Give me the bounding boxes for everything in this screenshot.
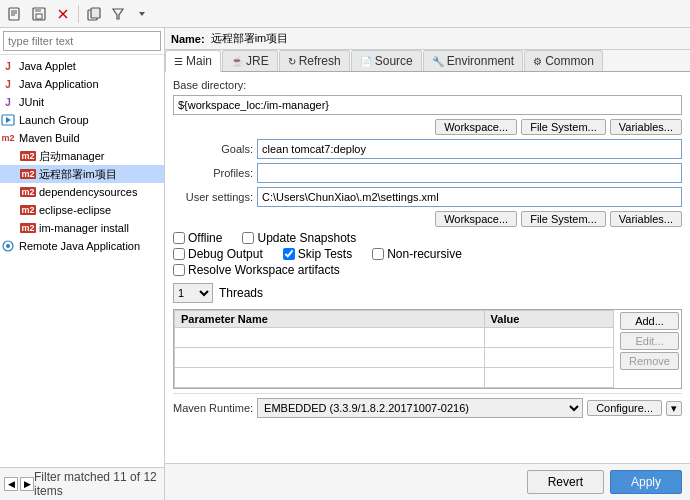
tab-jre[interactable]: ☕ JRE: [222, 50, 278, 71]
edit-param-button[interactable]: Edit...: [620, 332, 679, 350]
tree-item-junit[interactable]: J JUnit: [0, 93, 164, 111]
bottom-bar: Revert Apply: [165, 463, 690, 500]
svg-rect-0: [9, 8, 19, 20]
tree-item-im-manager-install[interactable]: m2 im-manager install: [0, 219, 164, 237]
variables-btn-1[interactable]: Variables...: [610, 119, 682, 135]
checkbox-row-3: Resolve Workspace artifacts: [173, 263, 682, 277]
goals-input[interactable]: [257, 139, 682, 159]
resolve-workspace-checkbox[interactable]: [173, 264, 185, 276]
params-table-row-empty-1: [175, 328, 614, 348]
offline-checkbox[interactable]: [173, 232, 185, 244]
skip-tests-checkbox[interactable]: [283, 248, 295, 260]
offline-label: Offline: [188, 231, 222, 245]
offline-checkbox-item[interactable]: Offline: [173, 231, 222, 245]
tree-item-java-applet[interactable]: J Java Applet: [0, 57, 164, 75]
user-settings-input[interactable]: [257, 187, 682, 207]
next-button[interactable]: ▶: [20, 477, 34, 491]
tree-item-eclipse-eclipse[interactable]: m2 eclipse-eclipse: [0, 201, 164, 219]
new-button[interactable]: [4, 3, 26, 25]
params-table-wrap: Parameter Name Value Add... Edit... Remo…: [173, 309, 682, 389]
status-nav: ◀ ▶: [4, 477, 34, 491]
tab-common-label: Common: [545, 54, 594, 68]
svg-marker-14: [6, 117, 11, 123]
configure-button[interactable]: Configure...: [587, 400, 662, 416]
update-snapshots-label: Update Snapshots: [257, 231, 356, 245]
params-buttons: Add... Edit... Remove: [618, 310, 681, 388]
threads-select[interactable]: 124: [173, 283, 213, 303]
non-recursive-checkbox[interactable]: [372, 248, 384, 260]
tree-item-maven-build[interactable]: m2 Maven Build: [0, 129, 164, 147]
tab-jre-label: JRE: [246, 54, 269, 68]
update-snapshots-checkbox-item[interactable]: Update Snapshots: [242, 231, 356, 245]
revert-button[interactable]: Revert: [527, 470, 604, 494]
params-table-row-empty-2: [175, 348, 614, 368]
tab-environment[interactable]: 🔧 Environment: [423, 50, 523, 71]
profiles-input[interactable]: [257, 163, 682, 183]
m2-icon-1: m2: [20, 148, 36, 164]
skip-tests-checkbox-item[interactable]: Skip Tests: [283, 247, 352, 261]
tree-item-remote-deploy[interactable]: m2 远程部署im项目: [0, 165, 164, 183]
profiles-row: Profiles:: [173, 163, 682, 183]
tree-item-startup-manager[interactable]: m2 启动manager: [0, 147, 164, 165]
environment-tab-icon: 🔧: [432, 56, 444, 67]
tree-item-java-application[interactable]: J Java Application: [0, 75, 164, 93]
left-panel: J Java Applet J Java Application J JUnit…: [0, 28, 165, 500]
variables-btn-2[interactable]: Variables...: [610, 211, 682, 227]
status-bar: ◀ ▶ Filter matched 11 of 12 items: [0, 467, 164, 500]
maven-build-icon: m2: [0, 130, 16, 146]
tree-item-remote-java[interactable]: Remote Java Application: [0, 237, 164, 255]
runtime-row: Maven Runtime: EMBEDDED (3.3.9/1.8.2.201…: [173, 393, 682, 422]
filter-input[interactable]: [3, 31, 161, 51]
checkbox-row-2: Debug Output Skip Tests Non-recursive: [173, 247, 682, 261]
apply-button[interactable]: Apply: [610, 470, 682, 494]
tab-refresh[interactable]: ↻ Refresh: [279, 50, 350, 71]
resolve-workspace-checkbox-item[interactable]: Resolve Workspace artifacts: [173, 263, 340, 277]
maven-runtime-select[interactable]: EMBEDDED (3.3.9/1.8.2.20171007-0216): [257, 398, 583, 418]
update-snapshots-checkbox[interactable]: [242, 232, 254, 244]
debug-output-checkbox[interactable]: [173, 248, 185, 260]
remove-param-button[interactable]: Remove: [620, 352, 679, 370]
main-layout: J Java Applet J Java Application J JUnit…: [0, 28, 690, 500]
tree-label: eclipse-eclipse: [39, 204, 111, 216]
filter-button[interactable]: [107, 3, 129, 25]
duplicate-button[interactable]: [83, 3, 105, 25]
workspace-btn-1[interactable]: Workspace...: [435, 119, 517, 135]
m2-icon-4: m2: [20, 202, 36, 218]
tree-item-dependencysources[interactable]: m2 dependencysources: [0, 183, 164, 201]
toolbar: [0, 0, 690, 28]
svg-rect-5: [35, 8, 41, 12]
dropdown-button[interactable]: [131, 3, 153, 25]
skip-tests-label: Skip Tests: [298, 247, 352, 261]
tab-common[interactable]: ⚙ Common: [524, 50, 603, 71]
params-col1-header: Parameter Name: [175, 311, 485, 328]
workspace-btn-2[interactable]: Workspace...: [435, 211, 517, 227]
svg-marker-11: [113, 9, 123, 19]
tab-source-label: Source: [375, 54, 413, 68]
status-text: Filter matched 11 of 12 items: [34, 470, 160, 498]
debug-output-label: Debug Output: [188, 247, 263, 261]
base-directory-label: Base directory:: [173, 79, 246, 91]
name-bar: Name: 远程部署im项目: [165, 28, 690, 50]
params-col2-header: Value: [484, 311, 613, 328]
threads-row: 124 Threads: [173, 283, 682, 303]
tree-label: im-manager install: [39, 222, 129, 234]
main-tab-icon: ☰: [174, 56, 183, 67]
add-param-button[interactable]: Add...: [620, 312, 679, 330]
user-settings-buttons: Workspace... File System... Variables...: [173, 211, 682, 227]
tab-main[interactable]: ☰ Main: [165, 50, 221, 72]
save-button[interactable]: [28, 3, 50, 25]
source-tab-icon: 📄: [360, 56, 372, 67]
junit-icon: J: [0, 94, 16, 110]
file-system-btn-1[interactable]: File System...: [521, 119, 606, 135]
tree-item-launch-group[interactable]: Launch Group: [0, 111, 164, 129]
scroll-down-btn[interactable]: ▾: [666, 401, 682, 416]
tab-source[interactable]: 📄 Source: [351, 50, 422, 71]
common-tab-icon: ⚙: [533, 56, 542, 67]
file-system-btn-2[interactable]: File System...: [521, 211, 606, 227]
prev-button[interactable]: ◀: [4, 477, 18, 491]
debug-output-checkbox-item[interactable]: Debug Output: [173, 247, 263, 261]
delete-button[interactable]: [52, 3, 74, 25]
goals-row: Goals:: [173, 139, 682, 159]
base-directory-input[interactable]: [173, 95, 682, 115]
non-recursive-checkbox-item[interactable]: Non-recursive: [372, 247, 462, 261]
